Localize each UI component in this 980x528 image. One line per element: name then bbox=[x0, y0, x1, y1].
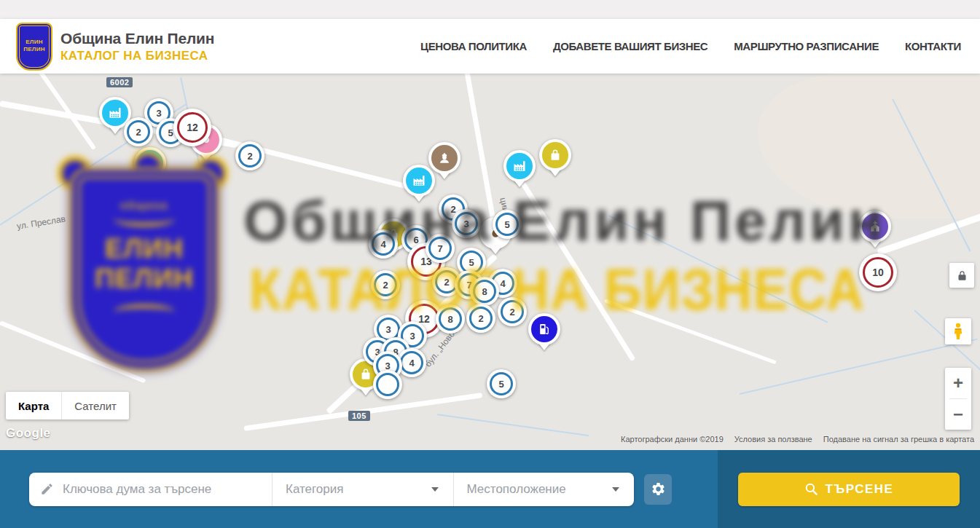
map-cluster-marker[interactable]: 8 bbox=[436, 304, 465, 334]
search-bar-right: ТЪРСЕНЕ bbox=[718, 450, 980, 528]
header: ЕЛИН ПЕЛИН Община Елин Пелин КАТАЛОГ НА … bbox=[0, 19, 980, 74]
map-cluster-marker[interactable]: 10 bbox=[859, 253, 897, 291]
attribution-terms-link[interactable]: Условия за ползване bbox=[734, 435, 812, 444]
map-markers-layer: 3251222356413752274822128333843510 bbox=[0, 73, 980, 450]
attribution-report-link[interactable]: Подаване на сигнал за грешка в картата bbox=[823, 435, 974, 444]
map-pin-factory-marker[interactable] bbox=[503, 150, 536, 187]
search-icon bbox=[804, 482, 818, 496]
map-cluster-marker[interactable]: 12 bbox=[173, 109, 211, 146]
maptype-control: Карта Сателит bbox=[6, 392, 129, 419]
search-fields-container: Категория Местоположение bbox=[29, 473, 634, 506]
advanced-search-button[interactable] bbox=[644, 474, 672, 505]
map-pin-bag-marker[interactable] bbox=[539, 139, 571, 176]
emblem-line2: ПЕЛИН bbox=[23, 47, 45, 53]
street-view-pegman-button[interactable] bbox=[945, 318, 971, 344]
municipality-emblem-icon: ЕЛИН ПЕЛИН bbox=[16, 23, 52, 71]
map-cluster-marker[interactable]: 8 bbox=[470, 277, 499, 306]
map-cluster-marker[interactable]: 2 bbox=[498, 297, 527, 326]
site-title: Община Елин Пелин bbox=[60, 30, 214, 47]
lock-button[interactable] bbox=[949, 263, 974, 288]
map-cluster-marker[interactable]: 2 bbox=[124, 117, 153, 146]
site-subtitle: КАТАЛОГ НА БИЗНЕСА bbox=[60, 49, 214, 63]
keyword-input[interactable] bbox=[61, 481, 246, 497]
map-cluster-marker[interactable]: 2 bbox=[235, 141, 264, 170]
map-pin-fuel-marker[interactable] bbox=[528, 313, 560, 350]
emblem-line1: ЕЛИН bbox=[26, 39, 43, 46]
logo-text: Община Елин Пелин КАТАЛОГ НА БИЗНЕСА bbox=[60, 30, 214, 63]
search-bar: Категория Местоположение ТЪРСЕНЕ bbox=[0, 450, 980, 528]
nav-contacts[interactable]: КОНТАКТИ bbox=[905, 40, 961, 52]
search-button-label: ТЪРСЕНЕ bbox=[826, 482, 894, 497]
map-cluster-marker[interactable]: 2 bbox=[466, 304, 495, 333]
map-pin-worker-marker[interactable] bbox=[428, 142, 460, 179]
map-cluster-marker[interactable]: 5 bbox=[493, 210, 522, 239]
map-cluster-marker[interactable]: 5 bbox=[487, 369, 516, 398]
keyword-field-wrap bbox=[29, 473, 272, 506]
map-cluster-marker[interactable]: 4 bbox=[369, 229, 398, 259]
chevron-down-icon bbox=[431, 487, 439, 492]
page-top-strip bbox=[0, 0, 980, 19]
main-nav: ЦЕНОВА ПОЛИТИКА ДОБАВЕТЕ ВАШИЯТ БИЗНЕС М… bbox=[420, 40, 980, 52]
maptype-map-button[interactable]: Карта bbox=[6, 392, 61, 419]
map-canvas[interactable]: 6002 105 ул. Преслав бул. „Новосел ции“ … bbox=[0, 73, 980, 450]
map-attribution: Картографски данни ©2019 Условия за полз… bbox=[621, 435, 974, 444]
search-button[interactable]: ТЪРСЕНЕ bbox=[738, 473, 960, 506]
map-cluster-marker[interactable] bbox=[373, 370, 402, 399]
map-cluster-marker[interactable]: 3 bbox=[452, 209, 481, 238]
map-pin-factory-marker[interactable] bbox=[134, 147, 166, 184]
category-dropdown[interactable]: Категория bbox=[272, 473, 453, 506]
nav-route-schedule[interactable]: МАРШРУТНО РАЗПИСАНИЕ bbox=[734, 40, 879, 52]
location-dropdown-label: Местоположение bbox=[467, 482, 566, 497]
site-logo[interactable]: ЕЛИН ПЕЛИН Община Елин Пелин КАТАЛОГ НА … bbox=[16, 23, 214, 71]
lock-icon bbox=[957, 270, 968, 281]
attribution-data: Картографски данни ©2019 bbox=[621, 435, 724, 444]
category-dropdown-label: Категория bbox=[286, 482, 343, 497]
nav-add-business[interactable]: ДОБАВЕТЕ ВАШИЯТ БИЗНЕС bbox=[553, 40, 707, 52]
pencil-icon bbox=[40, 482, 54, 496]
search-bar-left: Категория Местоположение bbox=[0, 450, 718, 528]
pegman-icon bbox=[950, 322, 966, 341]
location-dropdown[interactable]: Местоположение bbox=[453, 473, 635, 506]
maptype-satellite-button[interactable]: Сателит bbox=[61, 392, 129, 419]
map-pin-church-marker[interactable] bbox=[859, 210, 891, 248]
gear-icon bbox=[651, 481, 666, 497]
map-cluster-marker[interactable]: 7 bbox=[426, 234, 455, 263]
chevron-down-icon bbox=[612, 487, 619, 492]
nav-pricing[interactable]: ЦЕНОВА ПОЛИТИКА bbox=[420, 40, 527, 52]
zoom-out-button[interactable]: − bbox=[945, 399, 971, 430]
zoom-control: + − bbox=[945, 368, 971, 430]
google-logo[interactable]: Google bbox=[6, 426, 51, 441]
map-cluster-marker[interactable]: 2 bbox=[371, 270, 400, 299]
zoom-in-button[interactable]: + bbox=[945, 368, 971, 398]
